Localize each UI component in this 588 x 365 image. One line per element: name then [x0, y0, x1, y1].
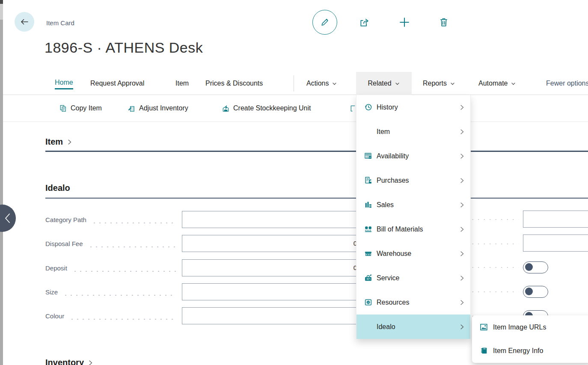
no-icon: [363, 322, 373, 332]
menu-item-resources[interactable]: Resources: [356, 290, 470, 315]
chevron-down-icon: [395, 81, 400, 86]
tab-home[interactable]: Home: [55, 72, 73, 95]
tab-label: Prices & Discounts: [205, 78, 263, 89]
edit-button[interactable]: [312, 10, 337, 35]
item-image-urls-icon: [479, 323, 488, 332]
expand-pane-button[interactable]: [0, 205, 16, 232]
plus-icon: [398, 16, 410, 28]
field-label: Disposal Fee: [45, 240, 83, 247]
hidden-field-toggle-2[interactable]: [523, 286, 548, 298]
resources-icon: [363, 298, 373, 307]
availability-icon: [363, 151, 373, 161]
menu-item-label: History: [377, 104, 459, 111]
menu-item-service[interactable]: Service: [356, 266, 470, 290]
submenu-item-label: Item Image URLs: [493, 323, 546, 331]
chevron-right-icon: [459, 324, 465, 330]
menu-item-label: Resources: [377, 299, 459, 306]
purchases-icon: [363, 176, 373, 185]
history-icon: [363, 103, 373, 112]
dotted-leader: [72, 270, 176, 272]
action-label: Adjust Inventory: [139, 104, 188, 112]
trash-icon: [438, 17, 449, 28]
adjust-inventory-action[interactable]: Adjust Inventory: [128, 95, 188, 122]
section-heading-idealo[interactable]: Idealo: [45, 183, 70, 193]
tab-related[interactable]: Related: [356, 72, 412, 95]
left-scrollbar-end: [0, 0, 3, 4]
section-label: Inventory: [45, 358, 84, 365]
tab-label: Related: [368, 80, 391, 87]
adjust-inventory-icon: [128, 104, 136, 113]
section-rule: [45, 151, 588, 152]
chevron-right-icon: [87, 360, 93, 365]
share-button[interactable]: [358, 17, 370, 29]
hidden-field-toggle-1[interactable]: [523, 261, 548, 273]
edit-pencil-icon: [320, 17, 330, 27]
chevron-right-icon: [459, 251, 465, 257]
section-label: Item: [45, 137, 63, 147]
share-icon: [358, 17, 370, 29]
hidden-field-input-1[interactable]: [523, 211, 588, 228]
tab-label: Home: [55, 77, 73, 89]
disposal-fee-input[interactable]: 0: [182, 235, 362, 252]
menu-item-idealo[interactable]: Idealo: [356, 315, 470, 339]
menu-item-label: Warehouse: [377, 250, 459, 258]
sales-icon: [363, 200, 373, 210]
dotted-leader: [88, 246, 176, 248]
menu-item-bill-of-materials[interactable]: Bill of Materials: [356, 217, 470, 241]
tab-actions[interactable]: Actions: [306, 72, 337, 95]
back-icon: [19, 17, 30, 27]
delete-button[interactable]: [438, 17, 449, 28]
dotted-leader: [470, 291, 519, 293]
related-dropdown-menu: History Item Availability Purchases: [356, 95, 471, 339]
create-stockkeeping-unit-action[interactable]: Create Stockkeeping Unit: [222, 95, 311, 122]
submenu-item-item-image-urls[interactable]: Item Image URLs: [472, 315, 588, 339]
category-path-input[interactable]: [182, 211, 362, 228]
tab-group-divider: [294, 75, 294, 92]
tab-request-approval[interactable]: Request Approval: [90, 72, 144, 95]
size-input[interactable]: [182, 283, 362, 300]
menu-item-sales[interactable]: Sales: [356, 193, 470, 217]
copy-item-action[interactable]: Copy Item: [59, 95, 102, 122]
menu-item-history[interactable]: History: [356, 95, 470, 119]
section-label: Idealo: [45, 183, 70, 193]
tab-label: Request Approval: [90, 78, 144, 89]
back-button[interactable]: [15, 12, 34, 32]
section-heading-item[interactable]: Item: [45, 137, 72, 147]
menu-item-warehouse[interactable]: Warehouse: [356, 241, 470, 266]
tab-item[interactable]: Item: [175, 72, 189, 95]
menu-item-purchases[interactable]: Purchases: [356, 168, 470, 193]
menu-item-availability[interactable]: Availability: [356, 144, 470, 168]
menu-item-label: Availability: [377, 152, 459, 160]
chevron-down-icon: [332, 81, 337, 86]
left-scrollbar[interactable]: [0, 0, 3, 365]
hidden-field-input-2[interactable]: [523, 234, 588, 252]
field-row-category-path: Category Path: [45, 211, 362, 228]
tab-reports[interactable]: Reports: [423, 72, 455, 95]
tab-prices-discounts[interactable]: Prices & Discounts: [205, 72, 263, 95]
field-row-colour: Colour: [45, 307, 362, 324]
section-heading-inventory[interactable]: Inventory: [45, 358, 93, 365]
chevron-right-icon: [459, 178, 465, 184]
menu-item-item[interactable]: Item: [356, 119, 470, 144]
menu-item-label: Idealo: [377, 323, 459, 331]
field-label: Colour: [45, 312, 64, 320]
tab-label: Fewer options: [546, 78, 588, 89]
field-row-disposal-fee: Disposal Fee 0: [45, 235, 362, 252]
new-button[interactable]: [398, 16, 410, 28]
chevron-right-icon: [459, 202, 465, 208]
deposit-input[interactable]: 0: [182, 259, 362, 276]
tab-label: Reports: [423, 78, 447, 89]
colour-input[interactable]: [182, 307, 362, 324]
section-rule: [45, 198, 588, 199]
tab-automate[interactable]: Automate: [478, 72, 516, 95]
chevron-right-icon: [459, 153, 465, 159]
menu-item-label: Service: [377, 274, 459, 282]
action-label: Copy Item: [71, 104, 102, 112]
no-icon: [363, 127, 373, 137]
submenu-item-item-energy-info[interactable]: Item Energy Info: [472, 339, 588, 362]
chevron-right-icon: [459, 104, 465, 110]
idealo-submenu: Item Image URLs Item Energy Info: [472, 315, 588, 363]
tab-label: Actions: [306, 78, 329, 89]
warehouse-icon: [363, 249, 373, 258]
tab-fewer-options[interactable]: Fewer options: [546, 72, 588, 95]
